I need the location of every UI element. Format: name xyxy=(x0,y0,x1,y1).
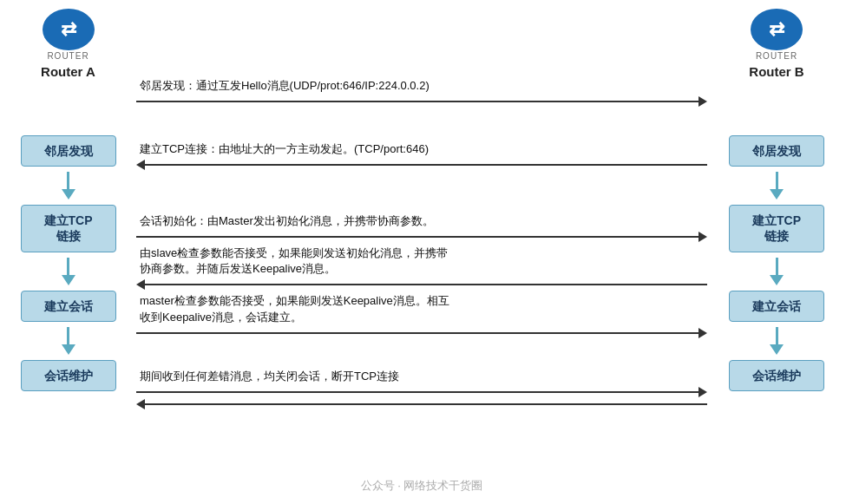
msg3-text: 会话初始化：由Master发出初始化消息，并携带协商参数。 xyxy=(136,213,707,229)
left-column: ⇄ ROUTER Router A 邻居发现 建立TCP链接 建立会话 xyxy=(0,0,136,504)
msg6-text-area: 期间收到任何差错消息，均关闭会话，断开TCP连接 xyxy=(136,369,707,397)
msg4-arrowhead xyxy=(136,279,145,290)
left-state-neighbor: 邻居发现 xyxy=(21,135,116,167)
right-arrow-line-2 xyxy=(776,258,778,275)
left-states: 邻居发现 建立TCP链接 建立会话 会话维护 xyxy=(21,135,116,391)
left-arrow-head-2 xyxy=(62,275,75,285)
msg2-line xyxy=(145,164,707,166)
msg5-arrowhead xyxy=(698,328,707,338)
right-router-arrows: ⇄ xyxy=(769,18,784,41)
msg2-text-area: 建立TCP连接：由地址大的一方主动发起。(TCP/port:646) xyxy=(136,141,707,170)
left-router-circle: ⇄ xyxy=(43,9,95,50)
msg5-text-area: master检查参数能否接受，如果能则发送Keepalive消息。相互收到Kee… xyxy=(136,293,707,337)
right-states: 邻居发现 建立TCP链接 建立会话 会话维护 xyxy=(729,135,824,391)
main-container: ⇄ ROUTER Router A 邻居发现 建立TCP链接 建立会话 xyxy=(0,0,846,504)
left-arrow-line-1 xyxy=(67,172,69,189)
right-state-maintain: 会话维护 xyxy=(729,360,824,391)
right-state-tcp: 建立TCP链接 xyxy=(729,205,824,252)
msg5-text: master检查参数能否接受，如果能则发送Keepalive消息。相互收到Kee… xyxy=(136,293,707,324)
left-arrow-3 xyxy=(62,327,75,355)
left-router-arrows: ⇄ xyxy=(61,18,76,41)
msg1-arrow xyxy=(136,96,707,107)
left-state-maintain: 会话维护 xyxy=(21,360,116,391)
right-router-circle: ⇄ xyxy=(751,9,803,50)
right-router-name: Router B xyxy=(749,64,803,79)
msg6-arrow xyxy=(136,387,707,397)
msg6-arrowhead xyxy=(698,387,707,397)
right-arrow-3 xyxy=(770,327,784,355)
left-router-icon: ⇄ ROUTER xyxy=(38,9,99,61)
right-arrow-line-3 xyxy=(776,327,778,344)
left-state-tcp: 建立TCP链接 xyxy=(21,205,116,252)
msg6-text: 期间收到任何差错消息，均关闭会话，断开TCP连接 xyxy=(136,369,707,384)
msg6-line xyxy=(136,391,698,393)
right-state-neighbor: 邻居发现 xyxy=(729,135,824,167)
msg3-line xyxy=(136,236,698,238)
msg4-line xyxy=(145,284,707,285)
left-arrow-head-3 xyxy=(62,344,75,355)
left-arrow-head-1 xyxy=(62,189,75,200)
msg3-arrow xyxy=(136,232,707,242)
msg6b-line xyxy=(145,403,707,405)
msg6b-arrowhead xyxy=(136,399,145,409)
msg5-arrow xyxy=(136,328,707,338)
left-state-session: 建立会话 xyxy=(21,291,116,322)
right-column: ⇄ ROUTER Router B 邻居发现 建立TCP链接 建立会话 xyxy=(707,0,846,504)
msg4-text: 由slave检查参数能否接受，如果能则发送初始化消息，并携带协商参数。并随后发送… xyxy=(136,245,707,277)
msg4-arrow xyxy=(136,279,707,290)
msg1-text: 邻居发现：通过互发Hello消息(UDP/prot:646/IP:224.0.0… xyxy=(136,78,707,94)
msg6b-arrow-area xyxy=(136,399,707,409)
right-arrow-head-2 xyxy=(770,275,784,285)
msg1-arrowhead xyxy=(698,96,707,107)
left-router-name: Router A xyxy=(41,64,95,79)
left-arrow-line-3 xyxy=(67,327,69,344)
right-state-session: 建立会话 xyxy=(729,291,824,322)
msg4-text-area: 由slave检查参数能否接受，如果能则发送初始化消息，并携带协商参数。并随后发送… xyxy=(136,245,707,290)
right-arrow-line-1 xyxy=(776,172,778,189)
msg2-text: 建立TCP连接：由地址大的一方主动发起。(TCP/port:646) xyxy=(136,141,707,157)
msg3-arrowhead xyxy=(698,232,707,242)
right-router-icon: ⇄ ROUTER xyxy=(746,9,807,61)
left-arrow-2 xyxy=(62,258,75,285)
right-arrow-head-1 xyxy=(770,189,784,200)
msg6b-arrow xyxy=(136,399,707,409)
msg1-line xyxy=(136,101,698,102)
watermark: 公众号 · 网络技术干货圈 xyxy=(361,478,483,494)
msg3-text-area: 会话初始化：由Master发出初始化消息，并携带协商参数。 xyxy=(136,213,707,242)
middle-column: 邻居发现：通过互发Hello消息(UDP/prot:646/IP:224.0.0… xyxy=(136,0,707,504)
right-router-label: ROUTER xyxy=(756,51,797,61)
msg2-arrow xyxy=(136,160,707,170)
msg1-text-area: 邻居发现：通过互发Hello消息(UDP/prot:646/IP:224.0.0… xyxy=(136,78,707,107)
right-arrow-head-3 xyxy=(770,344,784,355)
right-arrow-2 xyxy=(770,258,784,285)
msg5-line xyxy=(136,332,698,334)
right-arrow-1 xyxy=(770,172,784,200)
left-arrow-1 xyxy=(62,172,75,200)
left-arrow-line-2 xyxy=(67,258,69,275)
msg2-arrowhead xyxy=(136,160,145,170)
left-router-label: ROUTER xyxy=(47,51,89,61)
